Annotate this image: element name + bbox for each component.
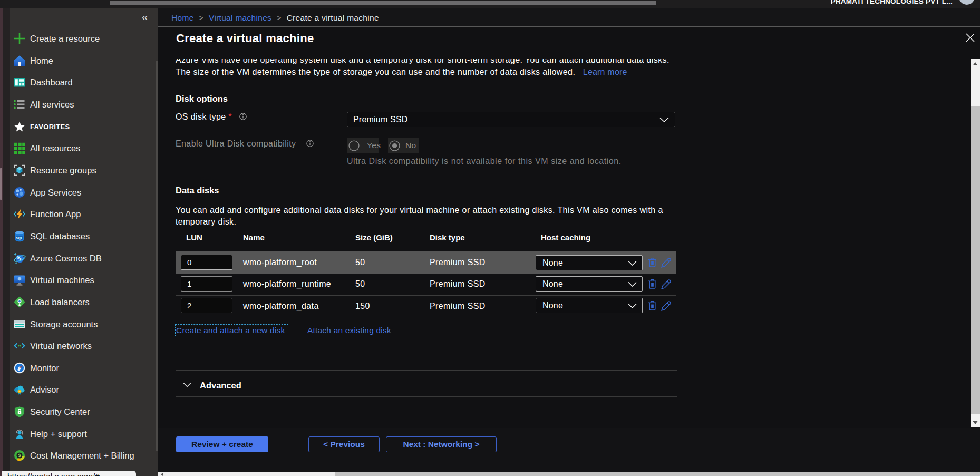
svg-text:$: $: [18, 453, 21, 459]
svg-text:SQL: SQL: [16, 236, 23, 240]
